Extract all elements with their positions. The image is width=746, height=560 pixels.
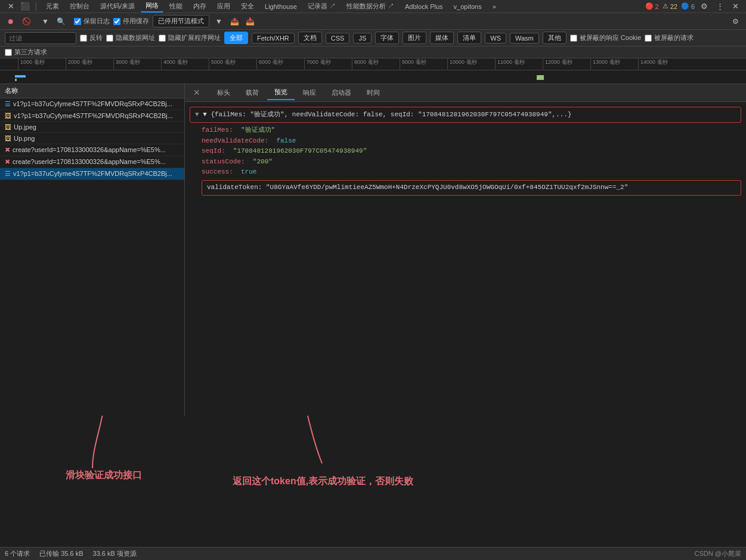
throttle-dropdown-icon[interactable]: ▼ (213, 16, 225, 27)
tab-console[interactable]: 控制台 (65, 1, 94, 12)
tab-voptions[interactable]: v_opitons (449, 2, 487, 11)
filter-toolbar: 反转 隐藏数据网址 隐藏扩展程序网址 全部 Fetch/XHR 文档 CSS J… (0, 30, 746, 47)
list-item[interactable]: 🖼 Up.jpeg (0, 122, 184, 133)
tab-application[interactable]: 应用 (212, 1, 235, 12)
list-item[interactable]: 🖼 v1?p1=b37uCyfyme4S7TF%2FMVDRqSRxP4CB2B… (0, 110, 184, 122)
dock-right-icon[interactable]: ✕ (729, 1, 741, 13)
hide-data-url-text: 隐藏数据网址 (116, 33, 155, 42)
filter-font-btn[interactable]: 字体 (375, 32, 399, 44)
tab-perf-insights[interactable]: 性能数据分析 ↗ (342, 1, 399, 12)
third-party-checkbox[interactable] (5, 49, 12, 56)
tick-8000: 8000 毫秒 (352, 58, 400, 70)
import-icon[interactable]: 📤 (228, 16, 240, 27)
filter-doc-btn[interactable]: 文档 (298, 32, 322, 44)
xhr-icon-1: ☰ (5, 100, 11, 108)
list-item[interactable]: ✖ create?userId=1708133000326&appName=%E… (0, 156, 184, 168)
json-field-1: needValidateCode: false (202, 136, 741, 147)
list-item[interactable]: 🖼 Up.png (0, 133, 184, 144)
filter-media-btn[interactable]: 媒体 (430, 32, 454, 44)
json-value-4: true (241, 168, 256, 175)
more-icon[interactable]: ⋮ (714, 1, 726, 13)
tab-initiator[interactable]: 启动器 (324, 86, 358, 100)
tab-adblock[interactable]: Adblock Plus (400, 2, 448, 11)
settings-icon[interactable]: ⚙ (698, 1, 710, 13)
blocked-request-text: 被屏蔽的请求 (654, 33, 694, 42)
disable-cache-checkbox[interactable] (113, 18, 120, 25)
invert-checkbox[interactable] (80, 35, 87, 42)
close-devtools-icon[interactable]: ✕ (5, 1, 17, 13)
separator-1 (36, 2, 36, 11)
info-icon: 🔵 (681, 2, 689, 10)
tab-security[interactable]: 安全 (236, 1, 259, 12)
collapse-icon[interactable]: ▼ (195, 111, 199, 118)
tab-more[interactable]: » (488, 2, 501, 11)
list-item[interactable]: ☰ v1?p1=b37uCyfyme4S7TF%2FMVDRqSRxP4CB2B… (0, 98, 184, 110)
third-party-label[interactable]: 第三方请求 (5, 48, 47, 57)
tab-timing[interactable]: 时间 (360, 86, 387, 100)
hide-data-url-checkbox[interactable] (106, 35, 113, 42)
detail-content: ▼ ▼ {failMes: "验证成功", needValidateCode: … (185, 102, 746, 416)
filter-other-btn[interactable]: 其他 (543, 32, 567, 44)
status-requests: 6 个请求 (5, 549, 30, 558)
third-party-text: 第三方请求 (14, 48, 47, 57)
error-count: 2 (655, 3, 659, 10)
tab-sources[interactable]: 源代码/来源 (95, 1, 140, 12)
throttle-btn[interactable]: 已停用节流模式 (153, 15, 209, 27)
filter-wasm-btn[interactable]: Wasm (510, 33, 539, 44)
tab-payload[interactable]: 载荷 (239, 86, 266, 100)
warning-badge: ⚠ 22 (663, 2, 677, 10)
left-panel: 名称 ☰ v1?p1=b37uCyfyme4S7TF%2FMVDRqSRxP4C… (0, 84, 185, 416)
detail-tabs: ✕ 标头 载荷 预览 响应 启动器 时间 (185, 84, 746, 102)
tab-preview[interactable]: 预览 (267, 85, 295, 100)
disable-cache-label[interactable]: 停用缓存 (113, 17, 149, 26)
settings-gear[interactable]: ⚙ (729, 16, 741, 27)
tab-elements[interactable]: 元素 (41, 1, 64, 12)
filter-icon[interactable]: ▼ (39, 16, 51, 27)
filter-js-btn[interactable]: JS (353, 33, 372, 44)
tab-lighthouse[interactable]: Lighthouse (260, 2, 302, 11)
list-item-selected[interactable]: ☰ v1?p1=b37uCyfyme4S7TF%2FMVDRqSRxP4CB2B… (0, 168, 184, 180)
record-icon[interactable]: ⏺ (5, 16, 17, 27)
tick-4000: 4000 毫秒 (161, 58, 209, 70)
export-icon[interactable]: 📥 (244, 16, 256, 27)
preserve-log-checkbox[interactable] (74, 18, 81, 25)
blocked-request-label[interactable]: 被屏蔽的请求 (645, 33, 694, 42)
hide-ext-url-label[interactable]: 隐藏扩展程序网址 (159, 33, 221, 42)
img-icon-3: 🖼 (5, 123, 11, 131)
tab-network[interactable]: 网络 (141, 0, 163, 13)
json-field-2: seqId: "1708481281962030F797C05474938949… (202, 146, 741, 157)
tick-14000: 14000 毫秒 (638, 58, 686, 70)
timeline-area: 1000 毫秒 2000 毫秒 3000 毫秒 4000 毫秒 5000 毫秒 … (0, 58, 746, 84)
right-panel: ✕ 标头 载荷 预览 响应 启动器 时间 ▼ ▼ {failMes: "验证成功… (185, 84, 746, 416)
json-key-1: needValidateCode: (202, 137, 268, 144)
error-icon-6: ✖ (5, 158, 10, 166)
filter-xhr-btn[interactable]: Fetch/XHR (252, 33, 295, 44)
list-item[interactable]: ✖ create?userId=1708133000326&appName=%E… (0, 144, 184, 156)
filter-ws-btn[interactable]: WS (485, 33, 506, 44)
preserve-log-label[interactable]: 保留日志 (74, 17, 110, 26)
tab-performance[interactable]: 性能 (165, 1, 187, 12)
tab-memory[interactable]: 内存 (188, 1, 211, 12)
blocked-request-checkbox[interactable] (645, 35, 652, 42)
tick-13000: 13000 毫秒 (590, 58, 638, 70)
annotation-area: 滑块验证成功接口 返回这个token值,表示成功验证，否则失败 (0, 416, 746, 547)
filter-img-btn[interactable]: 图片 (403, 32, 426, 44)
tab-headers[interactable]: 标头 (210, 86, 237, 100)
filter-manifest-btn[interactable]: 清单 (457, 32, 481, 44)
dock-icon[interactable]: ⬛ (19, 1, 31, 13)
invert-checkbox-label[interactable]: 反转 (80, 33, 103, 42)
search-icon[interactable]: 🔍 (55, 16, 67, 27)
tick-12000: 12000 毫秒 (543, 58, 590, 70)
filter-all-btn[interactable]: 全部 (224, 32, 248, 44)
tab-response[interactable]: 响应 (296, 86, 323, 100)
clear-icon[interactable]: 🚫 (20, 16, 32, 27)
detail-close-btn[interactable]: ✕ (190, 85, 204, 100)
tab-recorder[interactable]: 记录器 ↗ (303, 1, 341, 12)
blocked-response-checkbox[interactable] (570, 35, 577, 42)
hide-data-url-label[interactable]: 隐藏数据网址 (106, 33, 155, 42)
filter-input[interactable] (5, 32, 76, 44)
filter-css-btn[interactable]: CSS (326, 33, 350, 44)
blocked-response-label[interactable]: 被屏蔽的响应 Cookie (570, 33, 641, 42)
hide-ext-url-checkbox[interactable] (159, 35, 166, 42)
json-body: failMes: "验证成功" needValidateCode: false … (190, 125, 741, 196)
